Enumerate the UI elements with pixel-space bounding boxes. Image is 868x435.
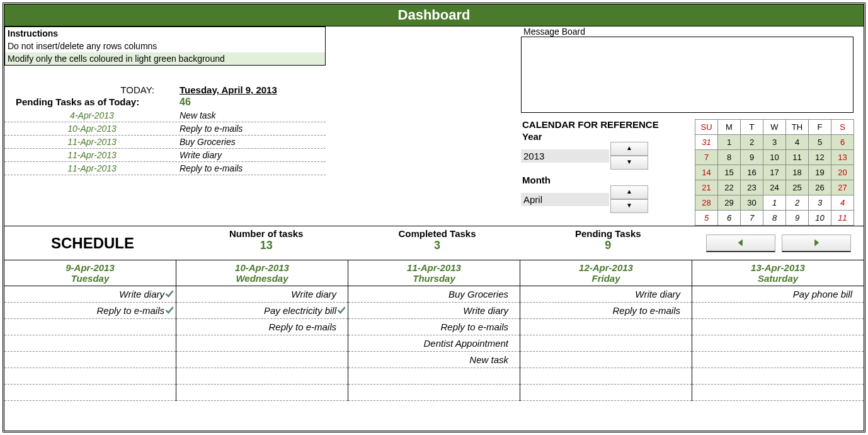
cal-day[interactable]: 13 — [831, 150, 854, 165]
task-slot[interactable] — [692, 303, 864, 319]
month-spinner: ▲ ▼ — [610, 185, 648, 213]
task-slot[interactable] — [176, 385, 348, 401]
task-slot[interactable] — [692, 385, 864, 401]
task-slot[interactable]: Pay electricity bill — [176, 303, 348, 319]
cal-day[interactable]: 29 — [718, 195, 741, 211]
day-date: 9-Apr-2013 — [4, 262, 176, 273]
cal-day[interactable]: 9 — [741, 150, 763, 165]
cal-day[interactable]: 15 — [718, 165, 741, 180]
cal-day[interactable]: 16 — [741, 165, 763, 180]
task-slot[interactable]: Dentist Appointment — [348, 335, 520, 352]
task-slot[interactable] — [348, 368, 520, 385]
year-spinner: ▲ ▼ — [610, 142, 648, 170]
task-slot[interactable]: Reply to e-mails — [4, 303, 176, 319]
task-slot[interactable] — [520, 319, 692, 335]
task-slot[interactable] — [4, 368, 176, 385]
task-slot[interactable] — [692, 335, 864, 352]
cal-day[interactable]: 3 — [763, 135, 786, 150]
task-slot[interactable]: Buy Groceries — [348, 286, 520, 303]
task-slot[interactable]: Pay phone bill — [692, 286, 864, 303]
cal-day[interactable]: 11 — [786, 150, 809, 165]
cal-day[interactable]: 19 — [809, 165, 831, 180]
month-value[interactable]: April — [521, 193, 609, 206]
year-up-button[interactable]: ▲ — [610, 142, 648, 156]
pending-task-row: 11-Apr-2013Buy Groceries — [4, 136, 326, 149]
num-tasks-value: 13 — [181, 239, 351, 252]
cal-day[interactable]: 12 — [809, 150, 831, 165]
cal-day[interactable]: 1 — [718, 135, 741, 150]
next-week-button[interactable] — [782, 235, 851, 252]
pending-task-desc: Reply to e-mails — [180, 122, 243, 135]
task-slot[interactable]: Write diary — [520, 286, 692, 303]
cal-day[interactable]: 20 — [831, 165, 854, 180]
cal-day[interactable]: 27 — [831, 180, 854, 195]
task-slot[interactable] — [520, 368, 692, 385]
task-slot[interactable] — [4, 335, 176, 352]
cal-day[interactable]: 7 — [741, 211, 763, 226]
task-slot[interactable] — [176, 368, 348, 385]
cal-day[interactable]: 5 — [809, 135, 831, 150]
task-slot[interactable]: Reply to e-mails — [348, 319, 520, 335]
cal-day[interactable]: 6 — [831, 135, 854, 150]
day-date: 12-Apr-2013 — [520, 262, 692, 273]
task-slot[interactable] — [4, 352, 176, 368]
task-slot[interactable] — [4, 385, 176, 401]
task-slot[interactable] — [176, 352, 348, 368]
cal-day[interactable]: 1 — [763, 195, 786, 211]
year-down-button[interactable]: ▼ — [610, 156, 648, 170]
cal-day[interactable]: 14 — [695, 165, 718, 180]
cal-day[interactable]: 24 — [763, 180, 786, 195]
task-slot[interactable]: Reply to e-mails — [176, 319, 348, 335]
cal-day[interactable]: 9 — [786, 211, 809, 226]
cal-day[interactable]: 10 — [763, 150, 786, 165]
cal-day[interactable]: 18 — [786, 165, 809, 180]
cal-day[interactable]: 10 — [809, 211, 831, 226]
prev-week-button[interactable] — [706, 235, 775, 252]
cal-day[interactable]: 5 — [695, 211, 718, 226]
pending-task-desc: New task — [180, 109, 216, 122]
cal-day[interactable]: 31 — [695, 135, 718, 150]
cal-day[interactable]: 2 — [786, 195, 809, 211]
cal-day[interactable]: 7 — [695, 150, 718, 165]
completed-tasks-value: 3 — [351, 239, 522, 252]
cal-day[interactable]: 17 — [763, 165, 786, 180]
task-slot[interactable] — [692, 368, 864, 385]
cal-day[interactable]: 28 — [695, 195, 718, 211]
cal-day[interactable]: 22 — [718, 180, 741, 195]
cal-day[interactable]: 2 — [741, 135, 763, 150]
task-text: Dentist Appointment — [423, 338, 508, 349]
task-slot[interactable]: Reply to e-mails — [520, 303, 692, 319]
year-value[interactable]: 2013 — [521, 149, 609, 163]
day-name: Saturday — [692, 273, 864, 284]
task-slot[interactable] — [520, 352, 692, 368]
task-slot[interactable] — [692, 319, 864, 335]
cal-day[interactable]: 11 — [831, 211, 854, 226]
task-slot[interactable] — [348, 385, 520, 401]
task-slot[interactable] — [692, 352, 864, 368]
task-slot[interactable]: Write diary — [176, 286, 348, 303]
today-value: Tuesday, April 9, 2013 — [180, 84, 277, 95]
task-slot[interactable]: Write diary — [348, 303, 520, 319]
task-slot[interactable] — [520, 335, 692, 352]
cal-day[interactable]: 4 — [786, 135, 809, 150]
cal-day[interactable]: 23 — [741, 180, 763, 195]
task-text: Write diary — [119, 289, 164, 299]
cal-day[interactable]: 4 — [831, 195, 854, 211]
task-slot[interactable]: Write diary — [4, 286, 176, 303]
cal-day[interactable]: 25 — [786, 180, 809, 195]
cal-day[interactable]: 26 — [809, 180, 831, 195]
task-slot[interactable]: New task — [348, 352, 520, 368]
cal-day[interactable]: 21 — [695, 180, 718, 195]
task-slot[interactable] — [520, 385, 692, 401]
pending-task-desc: Buy Groceries — [180, 136, 236, 148]
task-slot[interactable] — [4, 319, 176, 335]
cal-day[interactable]: 30 — [741, 195, 763, 211]
message-board-area[interactable] — [521, 37, 854, 113]
cal-day[interactable]: 6 — [718, 211, 741, 226]
cal-day[interactable]: 8 — [763, 211, 786, 226]
cal-day[interactable]: 8 — [718, 150, 741, 165]
cal-day[interactable]: 3 — [809, 195, 831, 211]
month-down-button[interactable]: ▼ — [610, 199, 648, 213]
month-up-button[interactable]: ▲ — [610, 185, 648, 199]
task-slot[interactable] — [176, 335, 348, 352]
